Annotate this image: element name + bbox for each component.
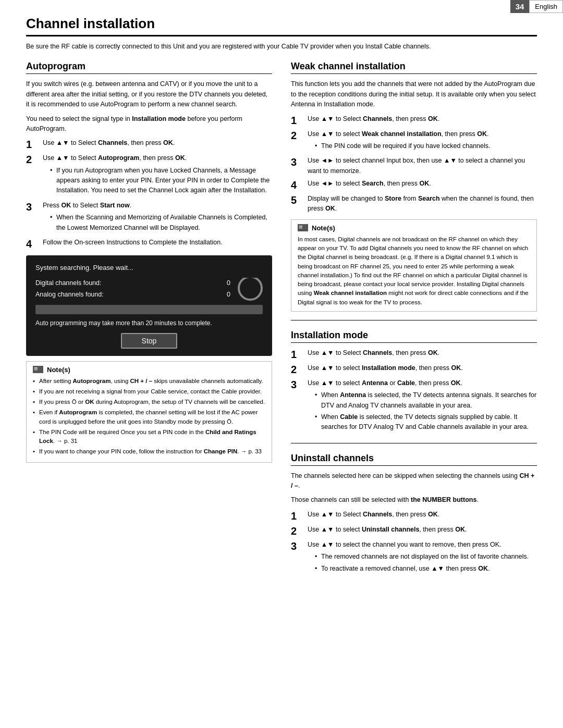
autoprogram-intro: If you switch wires (e.g. between antenn… xyxy=(26,79,272,109)
uninstall-intro2: Those channels can still be selected wit… xyxy=(291,495,537,505)
autoprogram-note-before: You need to select the signal type in In… xyxy=(26,114,272,134)
uninstall-step-content-3: Use ▲▼ to select the channel you want to… xyxy=(308,540,537,576)
left-column: Autoprogram If you switch wires (e.g. be… xyxy=(26,61,272,580)
install-step-3: 3 Use ▲▼ to select Antenna or Cable, the… xyxy=(291,378,537,435)
digital-value: 0 xyxy=(227,278,230,288)
autoprogram-notes-box: Note(s) After setting Autoprogram, using… xyxy=(26,361,272,463)
uninstall-step3-bullet1: The removed channels are not displayed o… xyxy=(315,552,537,562)
uninstall-step-content-2: Use ▲▼ to select Uninstall channels, the… xyxy=(308,525,537,535)
page: 34 English Channel installation Be sure … xyxy=(0,0,563,728)
autoprogram-steps: 1 Use ▲▼ to Select Channels, then press … xyxy=(26,138,272,250)
autoprogram-title: Autoprogram xyxy=(26,61,272,74)
weak-step-3: 3 Use ◄► to select channel Input box, th… xyxy=(291,156,537,176)
note-5: The PIN Code will be required Once you s… xyxy=(33,428,265,446)
weak-step-content-2: Use ▲▼ to select Weak channel installati… xyxy=(308,129,537,154)
screen-title: System searching. Please wait... xyxy=(35,263,263,274)
weak-channel-title: Weak channel installation xyxy=(291,61,537,74)
install-step3-bullet2: When Cable is selected, the TV detects s… xyxy=(315,412,537,433)
digital-channels-row: Digital channels found: 0 xyxy=(35,278,230,288)
analog-value: 0 xyxy=(227,289,230,300)
uninstall-step-content-1: Use ▲▼ to Select Channels, then press OK… xyxy=(308,510,537,520)
installation-mode-steps: 1 Use ▲▼ to Select Channels, then press … xyxy=(291,348,537,435)
section-divider-1 xyxy=(291,320,537,320)
weak-step-content-1: Use ▲▼ to Select Channels, then press OK… xyxy=(308,114,537,124)
weak-step-1: 1 Use ▲▼ to Select Channels, then press … xyxy=(291,114,537,127)
uninstall-step3-bullet2: To reactivate a removed channel, use ▲▼ … xyxy=(315,564,537,574)
weak-step-num-2: 2 xyxy=(291,129,305,142)
step-num-3: 3 xyxy=(26,201,41,213)
install-step-2: 2 Use ▲▼ to select Installation mode, th… xyxy=(291,363,537,376)
section-divider-2 xyxy=(291,443,537,443)
weak-step-2: 2 Use ▲▼ to select Weak channel installa… xyxy=(291,129,537,154)
step-content-1: Use ▲▼ to Select Channels, then press OK… xyxy=(43,138,272,148)
step-content-4: Follow the On-screen Instructions to Com… xyxy=(43,238,272,248)
uninstall-step-num-2: 2 xyxy=(291,525,305,537)
uninstall-step-2: 2 Use ▲▼ to select Uninstall channels, t… xyxy=(291,525,537,537)
note-3: If you press Ö or OK during Autoprogram,… xyxy=(33,398,265,406)
stop-button-row: Stop xyxy=(35,333,263,349)
install-step-1: 1 Use ▲▼ to Select Channels, then press … xyxy=(291,348,537,361)
install-step-num-2: 2 xyxy=(291,363,305,376)
page-intro: Be sure the RF cable is correctly connec… xyxy=(26,42,537,52)
weak-step-4: 4 Use ◄► to select Search, then press OK… xyxy=(291,179,537,191)
install-step-content-2: Use ▲▼ to select Installation mode, then… xyxy=(308,363,537,373)
uninstall-step-num-1: 1 xyxy=(291,510,305,522)
step-num-1: 1 xyxy=(26,138,41,151)
autoprogram-step-3: 3 Press OK to Select Start now. When the… xyxy=(26,201,272,235)
autoprogram-step-1: 1 Use ▲▼ to Select Channels, then press … xyxy=(26,138,272,151)
weak-notes-icon xyxy=(298,224,308,231)
uninstall-step-3: 3 Use ▲▼ to select the channel you want … xyxy=(291,540,537,576)
weak-channel-notes-box: Note(s) In most cases, Digital channels … xyxy=(291,219,537,312)
uninstall-steps: 1 Use ▲▼ to Select Channels, then press … xyxy=(291,510,537,576)
page-number-bar: 34 English xyxy=(510,0,563,13)
uninstall-intro1: The channels selected here can be skippe… xyxy=(291,471,537,491)
install-step-content-3: Use ▲▼ to select Antenna or Cable, then … xyxy=(308,378,537,435)
screen-box: System searching. Please wait... Digital… xyxy=(26,255,272,356)
progress-bar xyxy=(35,305,263,314)
autoprogram-step-2: 2 Use ▲▼ to Select Autoprogram, then pre… xyxy=(26,153,272,198)
install-step-num-1: 1 xyxy=(291,348,305,361)
weak-step-content-4: Use ◄► to select Search, then press OK. xyxy=(308,179,537,189)
stop-button[interactable]: Stop xyxy=(121,333,178,349)
install-step-content-1: Use ▲▼ to Select Channels, then press OK… xyxy=(308,348,537,358)
uninstall-channels-title: Uninstall channels xyxy=(291,453,537,466)
note-2: If you are not receiving a signal from y… xyxy=(33,387,265,396)
autoprogram-step-4: 4 Follow the On-screen Instructions to C… xyxy=(26,238,272,250)
uninstall-step-num-3: 3 xyxy=(291,540,305,552)
step-content-3: Press OK to Select Start now. When the S… xyxy=(43,201,272,235)
page-language: English xyxy=(529,0,563,13)
digital-label: Digital channels found: xyxy=(35,278,101,288)
weak-step-content-3: Use ◄► to select channel Input box, then… xyxy=(308,156,537,176)
step-num-2: 2 xyxy=(26,153,41,166)
note-4: Even if Autoprogram is completed, the ch… xyxy=(33,408,265,426)
note-1: After setting Autoprogram, using CH + / … xyxy=(33,377,265,386)
weak-step-5: 5 Display will be changed to Store from … xyxy=(291,194,537,214)
weak-step-num-4: 4 xyxy=(291,179,305,191)
install-step3-bullet1: When Antenna is selected, the TV detects… xyxy=(315,390,537,411)
right-column: Weak channel installation This function … xyxy=(291,61,537,580)
step-num-4: 4 xyxy=(26,238,41,250)
analog-label: Analog channels found: xyxy=(35,289,104,300)
notes-list: After setting Autoprogram, using CH + / … xyxy=(33,377,265,456)
install-step-num-3: 3 xyxy=(291,378,305,391)
screen-circle xyxy=(238,278,263,301)
analog-channels-row: Analog channels found: 0 xyxy=(35,289,230,300)
step-content-2: Use ▲▼ to Select Autoprogram, then press… xyxy=(43,153,272,198)
installation-mode-title: Installation mode xyxy=(291,330,537,343)
screen-sub-text: Auto programming may take more than 20 m… xyxy=(35,318,263,328)
weak-notes-header-label: Note(s) xyxy=(312,224,335,232)
page-title: Channel installation xyxy=(26,16,537,36)
weak-step-num-5: 5 xyxy=(291,194,305,206)
uninstall-step-1: 1 Use ▲▼ to Select Channels, then press … xyxy=(291,510,537,522)
notes-header: Note(s) xyxy=(33,366,265,374)
weak-step-num-1: 1 xyxy=(291,114,305,127)
autoprogram-sub-bullet: If you run Autoprogram when you have Loc… xyxy=(50,166,272,196)
weak-step2-bullet: The PIN code will be required if you hav… xyxy=(315,141,537,151)
weak-step-num-3: 3 xyxy=(291,156,305,168)
autoprogram-step3-bullet: When the Scanning and Memorizing of Avai… xyxy=(50,213,272,233)
weak-channel-intro: This function lets you add the channels … xyxy=(291,79,537,109)
weak-notes-header: Note(s) xyxy=(298,224,530,232)
weak-step-content-5: Display will be changed to Store from Se… xyxy=(308,194,537,214)
notes-icon xyxy=(33,366,43,373)
weak-channel-notes-text: In most cases, Digital channels are not … xyxy=(298,235,530,307)
